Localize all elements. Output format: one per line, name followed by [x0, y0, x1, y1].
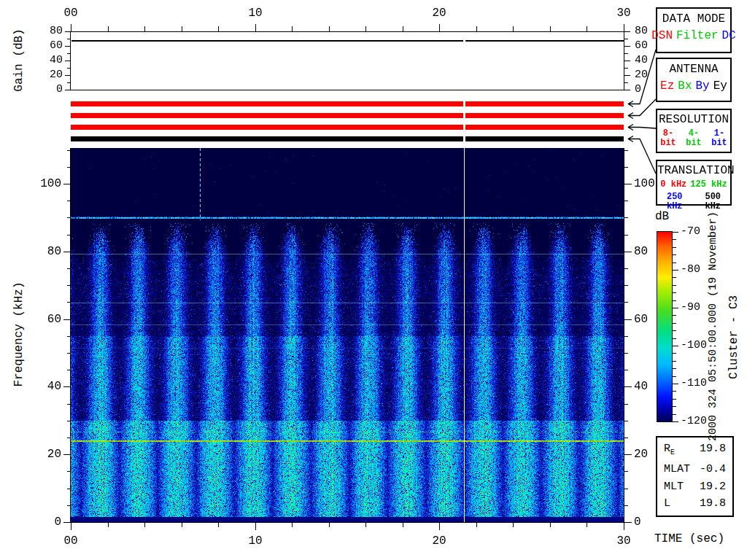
freq-axis-minor-tick-right	[624, 438, 628, 438]
legend-box-data-mode: DATA MODEDSNFilterDC	[656, 7, 732, 53]
resolution-bar	[71, 125, 624, 130]
legend-option-bx: Bx	[678, 79, 692, 93]
freq-axis-minor-tick-right	[624, 336, 628, 337]
gain-axis-minor-tick-right	[624, 82, 628, 83]
colorbar-minor-tick	[673, 376, 676, 377]
freq-axis-minor-tick-right	[624, 268, 628, 269]
gain-axis-minor-tick-left	[67, 39, 71, 39]
time-axis-major-tick-bottom	[624, 523, 624, 530]
gain-axis-major-tick-left	[65, 90, 71, 90]
colorbar-tick-label: -80	[681, 264, 714, 276]
freq-axis-label-left: 100	[32, 178, 61, 190]
legend-option-row: EzBxByEy	[657, 79, 730, 93]
freq-axis-minor-tick-left	[67, 235, 71, 236]
time-axis-major-tick-top	[255, 24, 256, 31]
time-axis-label-top: 00	[56, 7, 85, 19]
colorbar-minor-tick	[673, 285, 676, 286]
gain-axis-minor-tick-right	[624, 68, 628, 69]
time-axis-minor-tick-bottom	[108, 523, 109, 527]
gain-axis-major-tick-right	[624, 75, 630, 76]
colorbar-title: dB	[655, 211, 669, 222]
freq-axis-minor-tick-left	[67, 167, 71, 168]
time-axis-minor-tick-bottom	[329, 523, 330, 527]
gain-axis-label-right: 40	[635, 55, 655, 66]
gain-axis-minor-tick-right	[624, 53, 628, 54]
colorbar-minor-tick	[673, 414, 676, 415]
colorbar-minor-tick	[673, 247, 676, 248]
time-axis-minor-tick-bottom	[365, 523, 366, 527]
freq-axis-minor-tick-left	[67, 421, 71, 421]
ephemeris-value: -0.4	[700, 464, 726, 475]
colorbar-minor-tick	[673, 239, 676, 240]
freq-axis-major-tick-right	[624, 319, 632, 320]
time-axis-minor-tick-top	[587, 26, 587, 31]
colorbar-tick-label: -90	[681, 302, 714, 314]
colorbar-gradient	[657, 231, 673, 422]
freq-axis-minor-tick-right	[624, 285, 628, 286]
freq-axis-minor-tick-left	[67, 438, 71, 438]
freq-axis-minor-tick-right	[624, 235, 628, 236]
legend-option-8-bit: 8-bit	[657, 129, 679, 148]
legend-option-by: By	[696, 79, 710, 93]
legend-box-title: DATA MODE	[657, 13, 730, 26]
legend-option-500-khz: 500 kHz	[696, 192, 731, 211]
freq-axis-minor-tick-left	[67, 505, 71, 506]
gain-axis-label-left: 40	[42, 55, 63, 66]
time-axis-major-tick-bottom	[71, 523, 71, 530]
colorbar-minor-tick	[673, 277, 676, 278]
freq-axis-major-tick-left	[63, 252, 71, 252]
freq-axis-minor-tick-right	[624, 471, 628, 472]
gain-axis-major-tick-left	[65, 61, 71, 61]
freq-axis-label-left: 60	[32, 314, 61, 325]
gain-axis-major-tick-right	[624, 90, 630, 90]
legend-box-translation: TRANSLATION0 kHz125 kHz250 kHz500 kHz	[656, 160, 732, 206]
colorbar-minor-tick	[673, 300, 676, 301]
gain-axis-minor-tick-left	[67, 82, 71, 83]
freq-axis-minor-tick-left	[67, 336, 71, 337]
ephemeris-value: 19.8	[700, 443, 726, 459]
ephemeris-label: MLT	[664, 481, 684, 493]
freq-axis-label-right: 80	[634, 246, 663, 257]
freq-axis-minor-tick-right	[624, 505, 628, 506]
freq-axis-minor-tick-left	[67, 353, 71, 354]
legend-option-dsn: DSN	[651, 29, 673, 42]
freq-axis-minor-tick-left	[67, 302, 71, 303]
legend-box-title: ANTENNA	[657, 63, 730, 76]
freq-axis-major-tick-left	[63, 522, 71, 523]
legend-option-ez: Ez	[660, 79, 674, 93]
timestamp-vertical-text: 2000 324 05:50:00.000 (19 November)	[707, 206, 719, 447]
gain-axis-title: Gain (dB)	[13, 9, 26, 112]
time-axis-minor-tick-bottom	[292, 523, 293, 527]
gain-axis-minor-tick-left	[67, 53, 71, 54]
colorbar-tick-label: -120	[681, 416, 714, 427]
colorbar-tick-label: -70	[681, 226, 714, 238]
freq-axis-minor-tick-right	[624, 302, 628, 303]
gain-axis-minor-tick-left	[67, 68, 71, 69]
time-axis-label-top: 10	[241, 7, 270, 19]
time-axis-minor-tick-bottom	[144, 523, 145, 527]
freq-axis-minor-tick-right	[624, 201, 628, 201]
colorbar-minor-tick	[673, 330, 676, 331]
freq-axis-minor-tick-right	[624, 421, 628, 421]
gain-axis-major-tick-left	[65, 75, 71, 76]
time-axis-minor-tick-top	[329, 26, 330, 31]
time-axis-minor-tick-top	[513, 26, 514, 31]
freq-axis-label-left: 40	[32, 381, 61, 392]
gain-axis-label-right: 20	[635, 69, 655, 81]
freq-axis-minor-tick-right	[624, 217, 628, 218]
freq-axis-label-right: 40	[634, 381, 663, 392]
gain-axis-major-tick-right	[624, 61, 630, 61]
ephemeris-label: RE	[664, 443, 675, 459]
freq-axis-major-tick-right	[624, 184, 632, 184]
gain-trace-cursor-gap	[463, 39, 465, 42]
spectrogram-bottom-axis-line	[70, 522, 624, 523]
colorbar-major-tick	[673, 232, 678, 233]
spacecraft-vertical-text: Cluster - C3	[728, 290, 740, 385]
freq-axis-minor-tick-right	[624, 404, 628, 405]
colorbar-major-tick	[673, 308, 678, 308]
colorbar-minor-tick	[673, 292, 676, 293]
freq-axis-major-tick-right	[624, 454, 632, 455]
spectrogram-right-axis-line	[624, 148, 624, 523]
time-axis-minor-tick-top	[182, 26, 182, 31]
time-axis-label-top: 20	[425, 7, 454, 19]
